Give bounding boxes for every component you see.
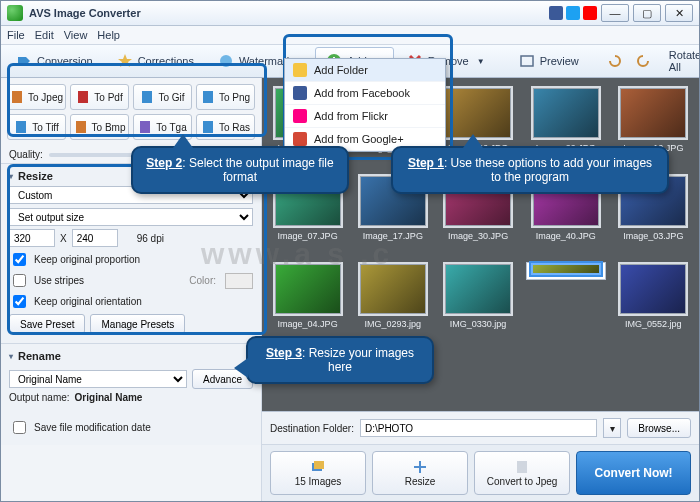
svg-rect-10 xyxy=(203,121,213,133)
chevron-down-icon[interactable]: ▾ xyxy=(603,418,621,438)
thumbnail-caption: IMG_0552.jpg xyxy=(625,319,682,329)
format-to-jpeg[interactable]: To Jpeg xyxy=(7,84,66,110)
save-preset-button[interactable]: Save Preset xyxy=(9,314,85,334)
thumbnail-image xyxy=(618,262,688,316)
thumbnail-image xyxy=(273,262,343,316)
rotate-right-icon xyxy=(635,53,651,69)
callout-step2: Step 2: Select the output image file for… xyxy=(131,146,349,194)
rotate-left-button[interactable] xyxy=(602,47,628,75)
thumbnail-caption: Image_30.JPG xyxy=(448,231,508,241)
format-to-ras[interactable]: To Ras xyxy=(196,114,255,140)
thumbnail-caption: IMG_0330.jpg xyxy=(450,319,507,329)
format-to-bmp[interactable]: To Bmp xyxy=(70,114,129,140)
convert-to-button[interactable]: Convert to Jpeg xyxy=(474,451,570,495)
preview-icon xyxy=(519,53,535,69)
thumbnail[interactable]: IMG_0330.jpg xyxy=(441,262,516,340)
destination-bar: Destination Folder: ▾ Browse... xyxy=(262,411,699,444)
window-title: AVS Image Converter xyxy=(29,7,546,19)
svg-rect-7 xyxy=(16,121,26,133)
rotate-right-button[interactable] xyxy=(630,47,656,75)
format-to-pdf[interactable]: To Pdf xyxy=(70,84,129,110)
service-icon xyxy=(293,109,307,123)
file-icon xyxy=(140,90,154,104)
rename-header[interactable]: Rename xyxy=(9,348,253,366)
format-to-png[interactable]: To Png xyxy=(196,84,255,110)
facebook-icon[interactable] xyxy=(549,6,563,20)
service-icon xyxy=(293,86,307,100)
height-input[interactable] xyxy=(72,229,118,247)
thumbnail-caption: Image_04.JPG xyxy=(278,319,338,329)
format-grid: To JpegTo PdfTo GifTo PngTo TiffTo BmpTo… xyxy=(1,78,261,146)
thumbnail-image xyxy=(443,86,513,140)
add-menu-item[interactable]: Add from Facebook xyxy=(285,82,445,105)
thumbnail-caption: IMG_0293.jpg xyxy=(365,319,422,329)
resize-summary-button[interactable]: Resize xyxy=(372,451,468,495)
convert-now-button[interactable]: Convert Now! xyxy=(576,451,691,495)
thumbnail[interactable]: IMG_0293.jpg xyxy=(355,262,430,340)
svg-rect-12 xyxy=(314,461,324,469)
app-window: AVS Image Converter — ▢ ✕ File Edit View… xyxy=(0,0,700,502)
destination-label: Destination Folder: xyxy=(270,423,354,434)
menu-help[interactable]: Help xyxy=(97,29,120,41)
add-menu-item[interactable]: Add Folder xyxy=(285,59,445,82)
save-date-checkbox[interactable]: Save file modification date xyxy=(9,418,253,437)
tab-conversion[interactable]: Conversion xyxy=(5,47,104,75)
stripe-color-swatch[interactable] xyxy=(225,273,253,289)
add-menu-item[interactable]: Add from Flickr xyxy=(285,105,445,128)
browse-button[interactable]: Browse... xyxy=(627,418,691,438)
width-input[interactable] xyxy=(9,229,55,247)
minimize-button[interactable]: — xyxy=(601,4,629,22)
svg-point-0 xyxy=(220,55,232,67)
app-icon xyxy=(7,5,23,21)
add-dropdown-menu: Add FolderAdd from FacebookAdd from Flic… xyxy=(284,58,446,152)
menu-edit[interactable]: Edit xyxy=(35,29,54,41)
file-icon xyxy=(10,90,24,104)
svg-rect-3 xyxy=(12,91,22,103)
chevron-down-icon: ▼ xyxy=(477,57,485,66)
keep-proportion-checkbox[interactable]: Keep original proportion xyxy=(9,250,253,269)
thumbnail[interactable]: IMG_0552.jpg xyxy=(616,262,691,340)
rotate-all-button[interactable]: Rotate All▼ xyxy=(658,47,700,75)
svg-rect-6 xyxy=(203,91,213,103)
file-icon xyxy=(201,90,215,104)
manage-presets-button[interactable]: Manage Presets xyxy=(90,314,185,334)
menu-file[interactable]: File xyxy=(7,29,25,41)
thumbnail[interactable]: IMG_0360.jpg xyxy=(526,262,606,280)
image-count-button[interactable]: 15 Images xyxy=(270,451,366,495)
format-to-gif[interactable]: To Gif xyxy=(133,84,192,110)
menubar: File Edit View Help xyxy=(1,26,699,45)
thumbnail-image xyxy=(618,86,688,140)
file-icon xyxy=(76,90,90,104)
svg-rect-5 xyxy=(142,91,152,103)
maximize-button[interactable]: ▢ xyxy=(633,4,661,22)
file-icon xyxy=(74,120,88,134)
thumbnail-caption: Image_07.JPG xyxy=(278,231,338,241)
convert-icon xyxy=(16,53,32,69)
svg-rect-4 xyxy=(78,91,88,103)
tab-corrections[interactable]: Corrections xyxy=(106,47,205,75)
images-icon xyxy=(310,459,326,475)
format-to-tiff[interactable]: To Tiff xyxy=(7,114,66,140)
titlebar: AVS Image Converter — ▢ ✕ xyxy=(1,1,699,26)
svg-rect-2 xyxy=(521,56,533,66)
preview-button[interactable]: Preview xyxy=(508,47,590,75)
twitter-icon[interactable] xyxy=(566,6,580,20)
star-icon xyxy=(117,53,133,69)
close-button[interactable]: ✕ xyxy=(665,4,693,22)
destination-input[interactable] xyxy=(360,419,597,437)
rename-source-select[interactable]: Original Name xyxy=(9,370,187,388)
file-icon xyxy=(138,120,152,134)
rotate-left-icon xyxy=(607,53,623,69)
bottom-bar: 15 Images Resize Convert to Jpeg Convert… xyxy=(262,444,699,501)
menu-view[interactable]: View xyxy=(64,29,88,41)
youtube-icon[interactable] xyxy=(583,6,597,20)
output-name-label: Output name: xyxy=(9,392,70,403)
svg-rect-8 xyxy=(76,121,86,133)
resize-mode-select[interactable]: Set output size xyxy=(9,208,253,226)
thumbnail[interactable]: Image_04.JPG xyxy=(270,262,345,340)
service-icon xyxy=(293,63,307,77)
use-stripes-checkbox[interactable]: Use stripes xyxy=(9,271,84,290)
keep-orientation-checkbox[interactable]: Keep original orientation xyxy=(9,292,253,311)
file-icon xyxy=(201,120,215,134)
dpi-label: 96 dpi xyxy=(137,233,164,244)
